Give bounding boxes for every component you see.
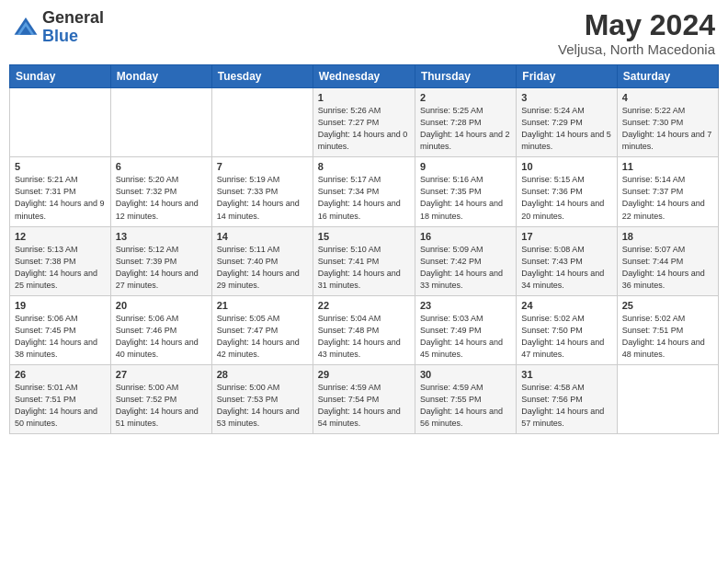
calendar-cell: 9Sunrise: 5:16 AMSunset: 7:35 PMDaylight… xyxy=(415,157,516,226)
day-info: Sunrise: 5:13 AMSunset: 7:38 PMDaylight:… xyxy=(15,244,106,292)
calendar-cell: 10Sunrise: 5:15 AMSunset: 7:36 PMDayligh… xyxy=(517,157,617,226)
day-info: Sunrise: 5:00 AMSunset: 7:53 PMDaylight:… xyxy=(217,382,308,430)
day-number: 28 xyxy=(217,369,308,380)
calendar-cell: 11Sunrise: 5:14 AMSunset: 7:37 PMDayligh… xyxy=(617,157,718,226)
day-info: Sunrise: 5:07 AMSunset: 7:44 PMDaylight:… xyxy=(622,244,713,292)
day-number: 16 xyxy=(420,231,511,242)
day-info: Sunrise: 5:09 AMSunset: 7:42 PMDaylight:… xyxy=(420,244,511,292)
day-number: 12 xyxy=(15,231,106,242)
day-number: 24 xyxy=(521,300,611,311)
day-info: Sunrise: 5:26 AMSunset: 7:27 PMDaylight:… xyxy=(318,105,410,153)
calendar-cell: 4Sunrise: 5:22 AMSunset: 7:30 PMDaylight… xyxy=(617,88,718,157)
weekday-header-saturday: Saturday xyxy=(617,65,718,88)
day-number: 9 xyxy=(420,161,511,172)
calendar-cell: 19Sunrise: 5:06 AMSunset: 7:45 PMDayligh… xyxy=(10,295,111,364)
calendar-cell: 5Sunrise: 5:21 AMSunset: 7:31 PMDaylight… xyxy=(10,157,111,226)
day-info: Sunrise: 5:02 AMSunset: 7:50 PMDaylight:… xyxy=(521,313,611,361)
calendar-body: 1Sunrise: 5:26 AMSunset: 7:27 PMDaylight… xyxy=(10,88,719,434)
calendar-cell: 28Sunrise: 5:00 AMSunset: 7:53 PMDayligh… xyxy=(211,364,313,433)
day-number: 30 xyxy=(420,369,511,380)
calendar-cell: 16Sunrise: 5:09 AMSunset: 7:42 PMDayligh… xyxy=(415,226,516,295)
day-number: 26 xyxy=(15,369,106,380)
day-number: 19 xyxy=(15,300,106,311)
day-info: Sunrise: 5:14 AMSunset: 7:37 PMDaylight:… xyxy=(622,174,713,222)
weekday-header-tuesday: Tuesday xyxy=(211,65,313,88)
day-number: 8 xyxy=(318,161,410,172)
day-number: 7 xyxy=(217,161,308,172)
day-number: 22 xyxy=(318,300,410,311)
calendar-week-2: 5Sunrise: 5:21 AMSunset: 7:31 PMDaylight… xyxy=(10,157,719,226)
weekday-header-row: SundayMondayTuesdayWednesdayThursdayFrid… xyxy=(10,65,719,88)
calendar-cell: 30Sunrise: 4:59 AMSunset: 7:55 PMDayligh… xyxy=(415,364,516,433)
day-number: 4 xyxy=(622,92,713,103)
logo-text: General Blue xyxy=(42,9,104,46)
day-info: Sunrise: 5:04 AMSunset: 7:48 PMDaylight:… xyxy=(318,313,410,361)
calendar-cell: 14Sunrise: 5:11 AMSunset: 7:40 PMDayligh… xyxy=(211,226,313,295)
calendar-cell: 2Sunrise: 5:25 AMSunset: 7:28 PMDaylight… xyxy=(415,88,516,157)
calendar-cell: 1Sunrise: 5:26 AMSunset: 7:27 PMDaylight… xyxy=(313,88,415,157)
day-info: Sunrise: 5:22 AMSunset: 7:30 PMDaylight:… xyxy=(622,105,713,153)
calendar-cell xyxy=(10,88,111,157)
calendar-week-5: 26Sunrise: 5:01 AMSunset: 7:51 PMDayligh… xyxy=(10,364,719,433)
day-number: 29 xyxy=(318,369,410,380)
day-info: Sunrise: 4:59 AMSunset: 7:54 PMDaylight:… xyxy=(318,382,410,430)
calendar-cell: 12Sunrise: 5:13 AMSunset: 7:38 PMDayligh… xyxy=(10,226,111,295)
calendar-cell: 13Sunrise: 5:12 AMSunset: 7:39 PMDayligh… xyxy=(110,226,211,295)
day-number: 5 xyxy=(15,161,106,172)
title-block: May 2024 Veljusa, North Macedonia xyxy=(558,9,715,57)
day-number: 31 xyxy=(521,369,611,380)
day-number: 21 xyxy=(217,300,308,311)
logo-general-text: General xyxy=(42,9,104,28)
calendar-table: SundayMondayTuesdayWednesdayThursdayFrid… xyxy=(9,64,719,434)
calendar-cell: 21Sunrise: 5:05 AMSunset: 7:47 PMDayligh… xyxy=(211,295,313,364)
calendar-cell: 18Sunrise: 5:07 AMSunset: 7:44 PMDayligh… xyxy=(617,226,718,295)
day-number: 17 xyxy=(521,231,611,242)
day-info: Sunrise: 5:11 AMSunset: 7:40 PMDaylight:… xyxy=(217,244,308,292)
day-info: Sunrise: 5:25 AMSunset: 7:28 PMDaylight:… xyxy=(420,105,511,153)
day-info: Sunrise: 5:03 AMSunset: 7:49 PMDaylight:… xyxy=(420,313,511,361)
calendar-cell: 24Sunrise: 5:02 AMSunset: 7:50 PMDayligh… xyxy=(517,295,617,364)
day-info: Sunrise: 5:06 AMSunset: 7:46 PMDaylight:… xyxy=(116,313,207,361)
day-number: 2 xyxy=(420,92,511,103)
day-info: Sunrise: 5:08 AMSunset: 7:43 PMDaylight:… xyxy=(521,244,611,292)
location-text: Veljusa, North Macedonia xyxy=(558,41,715,57)
weekday-header-thursday: Thursday xyxy=(415,65,516,88)
day-info: Sunrise: 4:59 AMSunset: 7:55 PMDaylight:… xyxy=(420,382,511,430)
day-info: Sunrise: 5:17 AMSunset: 7:34 PMDaylight:… xyxy=(318,174,410,222)
day-number: 13 xyxy=(116,231,207,242)
day-info: Sunrise: 5:24 AMSunset: 7:29 PMDaylight:… xyxy=(521,105,611,153)
day-number: 11 xyxy=(622,161,713,172)
calendar-cell: 31Sunrise: 4:58 AMSunset: 7:56 PMDayligh… xyxy=(517,364,617,433)
day-number: 27 xyxy=(116,369,207,380)
calendar-cell xyxy=(617,364,718,433)
day-info: Sunrise: 5:01 AMSunset: 7:51 PMDaylight:… xyxy=(15,382,106,430)
logo-blue-text: Blue xyxy=(42,28,104,46)
day-number: 18 xyxy=(622,231,713,242)
day-info: Sunrise: 5:10 AMSunset: 7:41 PMDaylight:… xyxy=(318,244,410,292)
calendar-week-1: 1Sunrise: 5:26 AMSunset: 7:27 PMDaylight… xyxy=(10,88,719,157)
weekday-header-sunday: Sunday xyxy=(10,65,111,88)
weekday-header-monday: Monday xyxy=(110,65,211,88)
day-number: 23 xyxy=(420,300,511,311)
day-number: 20 xyxy=(116,300,207,311)
day-info: Sunrise: 5:05 AMSunset: 7:47 PMDaylight:… xyxy=(217,313,308,361)
day-info: Sunrise: 5:19 AMSunset: 7:33 PMDaylight:… xyxy=(217,174,308,222)
day-number: 10 xyxy=(521,161,611,172)
day-info: Sunrise: 5:06 AMSunset: 7:45 PMDaylight:… xyxy=(15,313,106,361)
day-info: Sunrise: 5:20 AMSunset: 7:32 PMDaylight:… xyxy=(116,174,207,222)
month-title: May 2024 xyxy=(558,9,715,41)
day-number: 25 xyxy=(622,300,713,311)
calendar-week-3: 12Sunrise: 5:13 AMSunset: 7:38 PMDayligh… xyxy=(10,226,719,295)
day-info: Sunrise: 5:21 AMSunset: 7:31 PMDaylight:… xyxy=(15,174,106,222)
calendar-cell: 8Sunrise: 5:17 AMSunset: 7:34 PMDaylight… xyxy=(313,157,415,226)
calendar-cell xyxy=(110,88,211,157)
calendar-cell: 20Sunrise: 5:06 AMSunset: 7:46 PMDayligh… xyxy=(110,295,211,364)
day-number: 1 xyxy=(318,92,410,103)
day-info: Sunrise: 5:16 AMSunset: 7:35 PMDaylight:… xyxy=(420,174,511,222)
day-info: Sunrise: 5:02 AMSunset: 7:51 PMDaylight:… xyxy=(622,313,713,361)
calendar-cell xyxy=(211,88,313,157)
day-number: 14 xyxy=(217,231,308,242)
calendar-cell: 3Sunrise: 5:24 AMSunset: 7:29 PMDaylight… xyxy=(517,88,617,157)
logo-icon xyxy=(13,15,39,40)
day-number: 3 xyxy=(521,92,611,103)
